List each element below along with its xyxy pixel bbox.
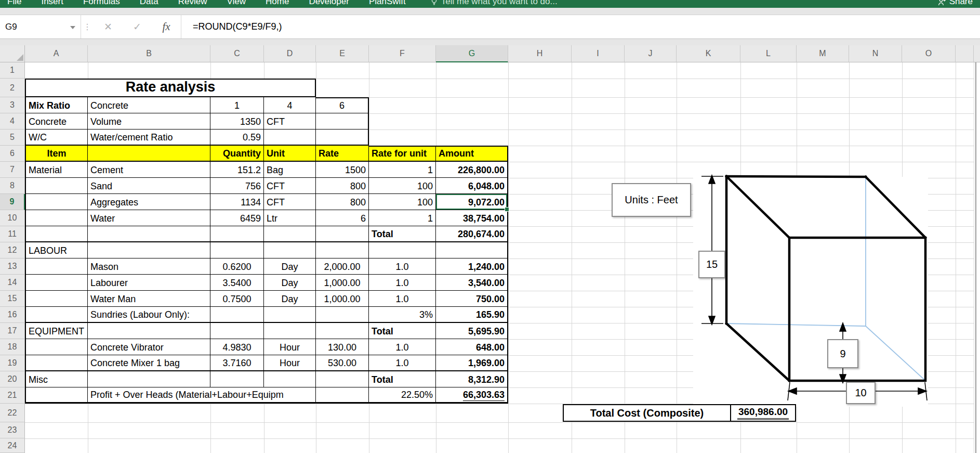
cell-B13[interactable]: Mason <box>88 258 210 275</box>
cell-B9[interactable]: Aggregates <box>88 194 210 210</box>
column-header-N[interactable]: N <box>849 45 902 62</box>
column-header-O[interactable]: O <box>902 45 956 62</box>
cell-E8[interactable]: 800 <box>316 178 369 194</box>
column-header-H[interactable]: H <box>508 45 572 62</box>
cell-D13[interactable]: Day <box>264 258 316 275</box>
dim-15-box[interactable]: 15 <box>698 251 725 278</box>
column-header-I[interactable]: I <box>572 45 625 62</box>
cell-A15[interactable] <box>25 291 88 307</box>
cell-G14[interactable]: 3,540.00 <box>436 275 508 291</box>
tell-me-search[interactable]: Tell me what you want to do... <box>431 0 558 7</box>
cell-A19[interactable] <box>25 355 88 371</box>
row-header-22[interactable]: 22 <box>0 404 25 422</box>
cell-A4[interactable]: Concrete <box>25 113 88 130</box>
cell-A3[interactable]: Mix Ratio <box>25 97 88 113</box>
cell-B10[interactable]: Water <box>88 210 210 226</box>
row-header-16[interactable]: 16 <box>0 307 25 323</box>
cell-D19[interactable]: Hour <box>264 355 316 371</box>
column-header-partial[interactable] <box>956 45 974 62</box>
row-header-20[interactable]: 20 <box>0 371 25 387</box>
row-header-11[interactable]: 11 <box>0 226 25 242</box>
cell-F11[interactable]: Total <box>369 226 436 242</box>
tab-insert[interactable]: Insert <box>41 0 63 7</box>
row-header-23[interactable]: 23 <box>0 422 25 438</box>
cell-G15[interactable]: 750.00 <box>436 291 508 307</box>
column-header-J[interactable]: J <box>625 45 677 62</box>
cell-D9[interactable]: CFT <box>264 194 316 210</box>
enter-icon[interactable]: ✓ <box>123 15 152 38</box>
tab-formulas[interactable]: Formulas <box>83 0 120 7</box>
cell-G21[interactable]: 66,303.63 <box>436 387 508 404</box>
cell-F12[interactable] <box>369 242 436 258</box>
row-header-5[interactable]: 5 <box>0 130 25 146</box>
row-header-13[interactable]: 13 <box>0 258 25 275</box>
cell-G19[interactable]: 1,969.00 <box>436 355 508 371</box>
cell-B18[interactable]: Concrete Vibrator <box>88 339 210 355</box>
name-box-dropdown-icon[interactable] <box>70 26 75 29</box>
cell-C3[interactable]: 1 <box>210 97 264 113</box>
cell-D20[interactable] <box>264 371 316 387</box>
tab-file[interactable]: File <box>7 0 21 7</box>
cell-A14[interactable] <box>25 275 88 291</box>
cell-G9[interactable]: 9,072.00 <box>436 194 508 210</box>
cell-C6[interactable]: Quantity <box>210 146 264 162</box>
cell-F21[interactable]: 22.50% <box>369 387 436 404</box>
row-header-3[interactable]: 3 <box>0 97 25 113</box>
tab-data[interactable]: Data <box>140 0 158 7</box>
tab-developer[interactable]: Developer <box>309 0 349 7</box>
row-header-1[interactable]: 1 <box>0 62 25 79</box>
column-header-K[interactable]: K <box>677 45 740 62</box>
cell-G20[interactable]: 8,312.90 <box>436 371 508 387</box>
cell-F18[interactable]: 1.0 <box>369 339 436 355</box>
cell-A11[interactable] <box>25 226 88 242</box>
cell-D12[interactable] <box>264 242 316 258</box>
column-header-L[interactable]: L <box>740 45 797 62</box>
cell-D7[interactable]: Bag <box>264 162 316 178</box>
column-header-M[interactable]: M <box>797 45 849 62</box>
cell-G11[interactable]: 280,674.00 <box>436 226 508 242</box>
cell-E7[interactable]: 1500 <box>316 162 369 178</box>
cell-B6[interactable] <box>88 146 210 162</box>
cell-E19[interactable]: 530.00 <box>316 355 369 371</box>
cell-C12[interactable] <box>210 242 264 258</box>
column-header-E[interactable]: E <box>316 45 369 62</box>
insert-function-icon[interactable]: fx <box>152 15 181 38</box>
cell-E18[interactable]: 130.00 <box>316 339 369 355</box>
cell-B15[interactable]: Water Man <box>88 291 210 307</box>
row-header-4[interactable]: 4 <box>0 113 25 130</box>
row-header-8[interactable]: 8 <box>0 178 25 194</box>
share-button[interactable]: Share <box>937 0 973 7</box>
cell-B4[interactable]: Volume <box>88 113 210 130</box>
cell-G13[interactable]: 1,240.00 <box>436 258 508 275</box>
cell-E10[interactable]: 6 <box>316 210 369 226</box>
cell-B20[interactable] <box>88 371 210 387</box>
cell-E6[interactable]: Rate <box>316 146 369 162</box>
cell-D8[interactable]: CFT <box>264 178 316 194</box>
cell-A12[interactable]: LABOUR <box>25 242 88 258</box>
cell-D11[interactable] <box>264 226 316 242</box>
cell-F6[interactable]: Rate for unit <box>369 146 436 162</box>
row-header-6[interactable]: 6 <box>0 146 25 162</box>
cell-G10[interactable]: 38,754.00 <box>436 210 508 226</box>
total-cost-label-cell[interactable]: Total Cost (Composite) <box>564 405 731 421</box>
cell-A18[interactable] <box>25 339 88 355</box>
cell-F7[interactable]: 1 <box>369 162 436 178</box>
row-header-15[interactable]: 15 <box>0 291 25 307</box>
cell-A17[interactable]: EQUIPMENT <box>25 323 88 339</box>
cell-C19[interactable]: 3.7160 <box>210 355 264 371</box>
column-header-C[interactable]: C <box>210 45 264 62</box>
cell-B19[interactable]: Concrete Mixer 1 bag <box>88 355 210 371</box>
cell-B7[interactable]: Cement <box>88 162 210 178</box>
cell-F15[interactable]: 1.0 <box>369 291 436 307</box>
row-header-21[interactable]: 21 <box>0 387 25 404</box>
cell-A9[interactable] <box>25 194 88 210</box>
cell-E20[interactable] <box>316 371 369 387</box>
cell-G16[interactable]: 165.90 <box>436 307 508 323</box>
cell-G17[interactable]: 5,695.90 <box>436 323 508 339</box>
select-all-corner[interactable] <box>0 45 25 62</box>
cell-F10[interactable]: 1 <box>369 210 436 226</box>
cell-D10[interactable]: Ltr <box>264 210 316 226</box>
cell-B17[interactable] <box>88 323 210 339</box>
cell-C4[interactable]: 1350 <box>210 113 264 130</box>
cell-A7[interactable]: Material <box>25 162 88 178</box>
